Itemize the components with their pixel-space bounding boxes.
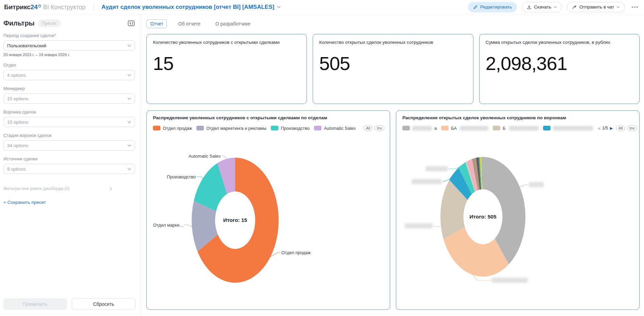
slice-label: Отдел продаж — [281, 250, 311, 255]
topbar-actions: Редактировать Скачать Отправить в чат — [468, 2, 644, 12]
chart-card-1: Распределение открытых сделок уволенных … — [396, 110, 640, 310]
filter-select-value: 9 options — [7, 166, 127, 172]
slice-label-redacted — [405, 223, 433, 229]
kpi-card-1: Количество открытых сделок уволенных сот… — [313, 34, 473, 104]
filter-group: Источник сделки9 options — [3, 156, 135, 174]
kpi-row: Количество уволенных сотрудников с откры… — [146, 34, 640, 104]
filter-group: Воронка сделок15 options — [3, 109, 135, 127]
label-leader-line — [196, 177, 204, 178]
kpi-card-2: Сумма открытых сделок уволенных сотрудни… — [479, 34, 640, 104]
filter-label: Период создания сделок* — [3, 33, 135, 38]
app-logo[interactable]: Битрикс24 BI Конструктор — [4, 3, 86, 11]
label-leader-line — [184, 225, 192, 227]
filter-select-value: 15 options — [7, 120, 127, 125]
donut-total-label: Итого: 505 — [469, 214, 496, 220]
filter-select-value: 34 options — [7, 143, 127, 148]
collapse-panel-icon — [128, 20, 135, 26]
filter-select-3[interactable]: 15 options — [3, 117, 135, 127]
filter-select-value: 15 options — [7, 96, 127, 101]
slice-label-blur — [529, 182, 544, 187]
filters-title: Фильтры — [3, 19, 35, 27]
label-leader-line — [433, 226, 441, 227]
send-to-chat-button[interactable]: Отправить в чат — [567, 2, 625, 12]
chevron-down-icon — [616, 6, 620, 8]
filter-select-4[interactable]: 34 options — [3, 140, 135, 151]
kpi-title: Сумма открытых сделок уволенных сотрудни… — [486, 40, 633, 45]
logo-brand: Битрикс — [4, 3, 31, 11]
outer-dashboard-filters[interactable]: Фильтры вне рамок дашборда (0) — [3, 186, 112, 191]
slice-label-blur — [412, 179, 442, 184]
slice-label: Automatic Sales — [189, 154, 221, 159]
filter-label: Менеджер — [3, 86, 135, 91]
slice-label-blur — [492, 278, 528, 283]
topbar: Битрикс24 BI Конструктор Аудит сделок ув… — [0, 0, 644, 14]
chevron-down-icon — [127, 74, 131, 76]
save-preset-link[interactable]: + Сохранить пресет — [3, 200, 46, 205]
filter-select-1[interactable]: 4 options — [3, 70, 135, 80]
reset-button[interactable]: Сбросить — [72, 298, 136, 310]
report-title-dropdown[interactable]: Аудит сделок уволенных сотрудников [отче… — [102, 4, 281, 11]
report-tabs: ОтчетОб отчетеО разработчике — [146, 19, 640, 29]
more-menu-button[interactable] — [631, 4, 639, 10]
logo-brand-24: 24 — [31, 3, 38, 11]
filter-group: Период создания сделок*Пользовательский2… — [3, 33, 135, 57]
filter-label: Источник сделки — [3, 156, 135, 161]
share-arrow-icon — [572, 5, 577, 10]
filter-group: Стадия воронок сделок34 options — [3, 133, 135, 151]
slice-label-redacted — [492, 278, 528, 283]
filter-select-0[interactable]: Пользовательский — [3, 40, 135, 51]
donut-total-label: Итого: 15 — [223, 217, 247, 223]
preset-badge[interactable]: Пресет — [38, 19, 61, 27]
slice-label: Производство — [167, 174, 196, 179]
filter-select-5[interactable]: 9 options — [3, 164, 135, 174]
chart-row: Распределение уволенных сотрудников с от… — [146, 110, 640, 310]
kpi-value: 505 — [319, 52, 467, 74]
filter-select-value: 4 options — [7, 73, 127, 78]
slice-label-blur — [405, 223, 433, 228]
tab-О разработчике[interactable]: О разработчике — [212, 19, 254, 28]
slice-label-blur — [425, 166, 448, 171]
chevron-down-icon — [127, 45, 131, 47]
filter-label: Отдел — [3, 63, 135, 68]
chevron-down-icon — [127, 168, 131, 170]
page-title: Аудит сделок уволенных сотрудников [отче… — [102, 4, 275, 11]
label-leader-line — [221, 156, 226, 159]
tab-Об отчете[interactable]: Об отчете — [174, 19, 204, 28]
pencil-icon — [473, 5, 478, 10]
download-button[interactable]: Скачать — [522, 2, 562, 12]
apply-button[interactable]: Применить — [3, 298, 67, 310]
slice-label: Отдел марке... — [153, 223, 183, 228]
report-content: ОтчетОб отчетеО разработчике Количество … — [141, 14, 644, 316]
tab-Отчет[interactable]: Отчет — [146, 19, 167, 28]
kpi-value: 15 — [153, 52, 300, 74]
donut-chart-area: Итого: 505 — [396, 111, 639, 310]
slice-label-redacted — [425, 166, 448, 172]
chart-card-0: Распределение уволенных сотрудников с от… — [146, 110, 390, 310]
chevron-down-icon — [127, 144, 131, 147]
filters-panel: Фильтры Пресет Период создания сделок*По… — [0, 14, 141, 316]
slice-label-redacted — [412, 179, 442, 185]
collapse-panel-button[interactable] — [128, 20, 135, 26]
donut-chart-area: Отдел продажОтдел марке...ПроизводствоAu… — [147, 111, 390, 310]
logo-suffix: BI Конструктор — [43, 4, 86, 11]
clock-icon — [38, 2, 41, 9]
filter-group: Отдел4 options — [3, 63, 135, 80]
donut-svg — [147, 111, 390, 310]
filter-group: Менеджер15 options — [3, 86, 135, 104]
label-leader-line — [520, 185, 528, 187]
edit-button[interactable]: Редактировать — [468, 2, 517, 12]
kpi-title: Количество уволенных сотрудников с откры… — [153, 40, 300, 45]
filter-date-range: 20 января 2023 г. – 19 января 2026 г. — [3, 53, 135, 57]
chevron-down-icon — [127, 98, 131, 100]
download-icon — [527, 5, 532, 10]
kpi-title: Количество открытых сделок уволенных сот… — [319, 40, 467, 45]
filter-label: Стадия воронок сделок — [3, 133, 135, 138]
slice-label-redacted — [529, 182, 544, 188]
chevron-down-icon — [277, 6, 281, 8]
kpi-value: 2,098,361 — [486, 52, 633, 74]
filter-select-value: Пользовательский — [7, 43, 127, 48]
filter-select-2[interactable]: 15 options — [3, 93, 135, 104]
filter-label: Воронка сделок — [3, 109, 135, 115]
chevron-down-icon — [127, 121, 131, 123]
chevron-down-icon — [554, 6, 557, 8]
